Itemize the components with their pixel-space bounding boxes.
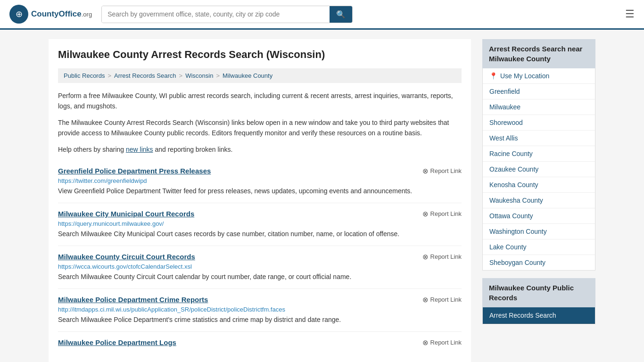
sidebar-public-records-section: Milwaukee County Public Records Arrest R… — [482, 278, 595, 324]
sidebar-nearby-item[interactable]: Shorewood — [483, 115, 595, 131]
breadcrumb-wisconsin[interactable]: Wisconsin — [185, 72, 213, 79]
sidebar-nearby-link[interactable]: Milwaukee — [489, 103, 520, 111]
new-links-link[interactable]: new links — [126, 146, 153, 153]
record-header: Milwaukee City Municipal Court Records ⊗… — [58, 210, 462, 218]
site-header: ⊕ CountyOffice.org 🔍 ☰ — [0, 0, 644, 30]
sidebar-nearby-link[interactable]: Lake County — [489, 243, 527, 251]
record-description: View Greenfield Police Department Twitte… — [58, 186, 462, 196]
site-logo[interactable]: ⊕ CountyOffice.org — [9, 5, 92, 24]
record-url: http://itmdapps.ci.mil.wi.us/publicAppli… — [58, 306, 462, 313]
search-bar: 🔍 — [101, 6, 352, 23]
record-url: https://twitter.com/greenfieldwipd — [58, 177, 462, 184]
report-icon: ⊗ — [422, 167, 429, 175]
sidebar-nearby-item[interactable]: Waukesha County — [483, 193, 595, 208]
description-2: The Milwaukee County Arrest Records Sear… — [58, 117, 462, 139]
sidebar-nearby-link[interactable]: Sheboygan County — [489, 259, 545, 266]
sidebar-footer-item[interactable]: Arrest Records Search — [483, 307, 595, 324]
location-pin-icon: 📍 — [489, 72, 497, 80]
report-link-button[interactable]: ⊗ Report Link — [422, 338, 462, 347]
report-link-label: Report Link — [430, 296, 462, 303]
sidebar-footer-link[interactable]: Arrest Records Search — [483, 307, 595, 324]
record-description: Search Milwaukee Police Department's cri… — [58, 315, 462, 325]
sidebar-use-location[interactable]: 📍 Use My Location — [483, 68, 595, 84]
breadcrumb-public-records[interactable]: Public Records — [64, 72, 105, 79]
search-input[interactable] — [102, 6, 329, 23]
record-title[interactable]: Milwaukee City Municipal Court Records — [58, 210, 194, 218]
sidebar-public-records-list: Arrest Records Search — [482, 307, 595, 324]
sidebar-nearby-link[interactable]: West Allis — [489, 134, 518, 142]
logo-text: CountyOffice.org — [31, 9, 92, 19]
sidebar-nearby-item[interactable]: West Allis — [483, 131, 595, 146]
sidebar-nearby-link[interactable]: Racine County — [489, 150, 533, 157]
description-3: Help others by sharing new links and rep… — [58, 144, 462, 155]
record-header: Milwaukee Police Department Crime Report… — [58, 296, 462, 304]
record-title[interactable]: Greenfield Police Department Press Relea… — [58, 167, 211, 175]
record-item: Milwaukee Police Department Logs ⊗ Repor… — [58, 331, 462, 355]
description-3-post: and reporting broken links. — [153, 146, 233, 153]
breadcrumb-sep-1: > — [107, 72, 111, 79]
report-icon: ⊗ — [422, 296, 429, 304]
breadcrumb-sep-2: > — [179, 72, 183, 79]
sidebar-nearby-section: Arrest Records Search near Milwaukee Cou… — [482, 39, 595, 271]
sidebar-nearby-item[interactable]: Greenfield — [483, 84, 595, 99]
sidebar-nearby-item[interactable]: Racine County — [483, 146, 595, 162]
menu-button[interactable]: ☰ — [625, 8, 635, 20]
report-link-label: Report Link — [430, 339, 462, 346]
report-link-label: Report Link — [430, 167, 462, 174]
record-item: Greenfield Police Department Press Relea… — [58, 160, 462, 203]
sidebar-nearby-link[interactable]: Ottawa County — [489, 212, 533, 220]
use-location-link[interactable]: Use My Location — [500, 72, 549, 80]
sidebar-nearby-link[interactable]: Greenfield — [489, 88, 520, 95]
description-1: Perform a free Milwaukee County, WI publ… — [58, 90, 462, 112]
record-title[interactable]: Milwaukee Police Department Logs — [58, 338, 176, 346]
report-link-label: Report Link — [430, 253, 462, 260]
record-description: Search Milwaukee City Municipal Court ca… — [58, 229, 462, 239]
sidebar-nearby-header: Arrest Records Search near Milwaukee Cou… — [482, 39, 595, 68]
sidebar-public-records-header: Milwaukee County Public Records — [482, 278, 595, 307]
sidebar-nearby-item[interactable]: Washington County — [483, 224, 595, 239]
report-link-label: Report Link — [430, 210, 462, 217]
sidebar-nearby-item[interactable]: Kenosha County — [483, 177, 595, 193]
sidebar-nearby-links: GreenfieldMilwaukeeShorewoodWest AllisRa… — [483, 84, 595, 270]
sidebar-nearby-link[interactable]: Shorewood — [489, 119, 523, 126]
record-url: https://wcca.wicourts.gov/ctofcCalendarS… — [58, 263, 462, 270]
search-button[interactable]: 🔍 — [330, 6, 352, 23]
record-header: Greenfield Police Department Press Relea… — [58, 167, 462, 175]
sidebar-nearby-item[interactable]: Ozaukee County — [483, 162, 595, 177]
record-title[interactable]: Milwaukee Police Department Crime Report… — [58, 296, 208, 304]
report-link-button[interactable]: ⊗ Report Link — [422, 296, 462, 304]
breadcrumb: Public Records > Arrest Records Search >… — [58, 68, 462, 83]
record-item: Milwaukee County Circuit Court Records ⊗… — [58, 246, 462, 288]
page-title: Milwaukee County Arrest Records Search (… — [58, 49, 462, 61]
report-link-button[interactable]: ⊗ Report Link — [422, 167, 462, 175]
breadcrumb-arrest-records[interactable]: Arrest Records Search — [114, 72, 176, 79]
content-area: Milwaukee County Arrest Records Search (… — [49, 39, 471, 362]
report-link-button[interactable]: ⊗ Report Link — [422, 253, 462, 261]
report-link-button[interactable]: ⊗ Report Link — [422, 210, 462, 218]
sidebar-nearby-item[interactable]: Sheboygan County — [483, 255, 595, 270]
report-icon: ⊗ — [422, 210, 429, 218]
record-header: Milwaukee Police Department Logs ⊗ Repor… — [58, 338, 462, 347]
record-item: Milwaukee Police Department Crime Report… — [58, 288, 462, 331]
breadcrumb-milwaukee-county[interactable]: Milwaukee County — [223, 72, 272, 79]
sidebar-nearby-item[interactable]: Ottawa County — [483, 208, 595, 224]
sidebar-nearby-link[interactable]: Waukesha County — [489, 197, 543, 204]
sidebar-nearby-item[interactable]: Lake County — [483, 239, 595, 255]
search-icon: 🔍 — [336, 10, 346, 18]
report-icon: ⊗ — [422, 253, 429, 261]
record-url: https://query.municourt.milwaukee.gov/ — [58, 220, 462, 227]
sidebar-nearby-link[interactable]: Kenosha County — [489, 181, 538, 189]
main-container: Milwaukee County Arrest Records Search (… — [39, 30, 605, 362]
sidebar-nearby-link[interactable]: Ozaukee County — [489, 165, 538, 173]
logo-icon: ⊕ — [9, 5, 28, 24]
record-item: Milwaukee City Municipal Court Records ⊗… — [58, 203, 462, 246]
report-icon: ⊗ — [422, 338, 429, 347]
record-description: Search Milwaukee County Circuit Court ca… — [58, 272, 462, 282]
sidebar-nearby-link[interactable]: Washington County — [489, 228, 547, 235]
description-3-pre: Help others by sharing — [58, 146, 126, 153]
records-list: Greenfield Police Department Press Relea… — [58, 160, 462, 355]
sidebar-nearby-item[interactable]: Milwaukee — [483, 99, 595, 115]
record-title[interactable]: Milwaukee County Circuit Court Records — [58, 253, 195, 261]
record-header: Milwaukee County Circuit Court Records ⊗… — [58, 253, 462, 261]
sidebar-nearby-list: 📍 Use My Location GreenfieldMilwaukeeSho… — [482, 68, 595, 271]
